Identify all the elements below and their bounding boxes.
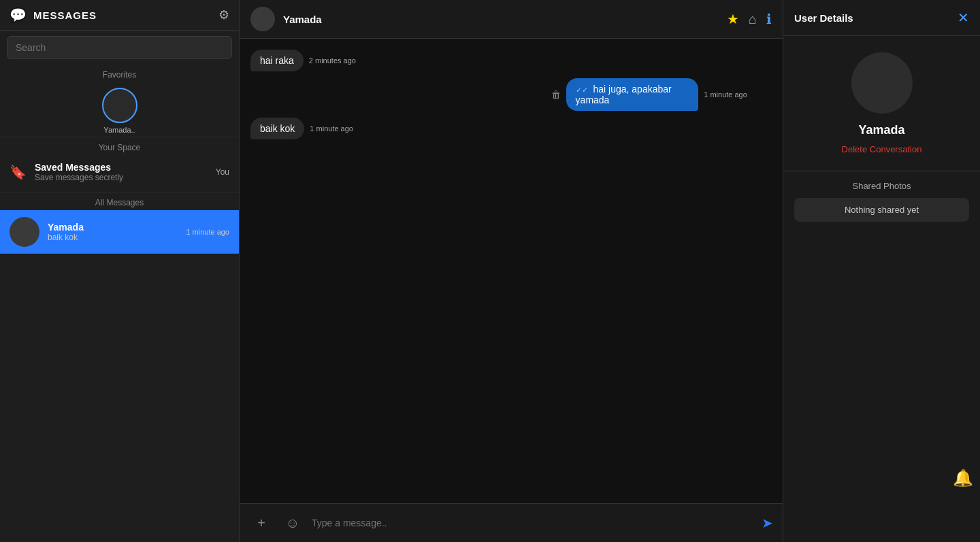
notification-badge[interactable]: 🔔 (953, 469, 973, 488)
chat-header-avatar (250, 7, 275, 31)
message-bubble-received: baik kok (250, 118, 304, 139)
user-details-title: User Details (794, 12, 853, 24)
chat-preview: baik kok (48, 233, 178, 242)
saved-text-wrap: Saved Messages Save messages secretly (35, 162, 208, 182)
favorites-label: Favorites (0, 65, 239, 82)
message-row: 🗑 ✓✓ hai juga, apakabar yamada 1 minute … (250, 78, 772, 111)
delete-message-icon[interactable]: 🗑 (551, 89, 561, 100)
user-details-header: User Details ✕ (783, 0, 980, 36)
chat-header-name: Yamada (283, 14, 727, 25)
chat-header-icons: ★ ⌂ ℹ (727, 11, 772, 27)
user-details-body: Yamada Delete Conversation (783, 36, 980, 171)
star-icon[interactable]: ★ (727, 11, 739, 27)
your-space-label: Your Space (0, 137, 239, 155)
message-time: 1 minute ago (310, 124, 353, 133)
user-details-name: Yamada (858, 123, 904, 137)
saved-messages-subtitle: Save messages secretly (35, 173, 208, 182)
favorite-avatar (102, 88, 137, 123)
message-time: 1 minute ago (704, 90, 747, 99)
chat-info: Yamada baik kok (48, 222, 178, 242)
messages-icon: 💬 (10, 7, 27, 23)
nothing-shared: Nothing shared yet (794, 198, 969, 222)
message-row: baik kok 1 minute ago (250, 118, 772, 139)
message-text: hai raka (260, 55, 294, 66)
info-icon[interactable]: ℹ (766, 11, 772, 27)
your-space-section: Your Space 🔖 Saved Messages Save message… (0, 137, 239, 192)
chat-input-bar: + ☺ ➤ (240, 503, 783, 542)
send-button[interactable]: ➤ (762, 515, 773, 531)
gear-icon[interactable]: ⚙ (218, 7, 229, 22)
check-icon: ✓✓ (576, 86, 588, 94)
delete-conversation-link[interactable]: Delete Conversation (842, 144, 922, 154)
user-details-panel: User Details ✕ Yamada Delete Conversatio… (783, 0, 980, 542)
message-time: 2 minutes ago (309, 56, 356, 65)
chat-time: 1 minute ago (186, 228, 229, 236)
messages-area: hai raka 2 minutes ago 🗑 ✓✓ hai juga, ap… (240, 39, 783, 503)
saved-messages-item[interactable]: 🔖 Saved Messages Save messages secretly … (0, 155, 239, 189)
emoji-button[interactable]: ☺ (280, 511, 305, 535)
chat-header: Yamada ★ ⌂ ℹ (240, 0, 783, 39)
all-messages-label: All Messages (0, 192, 239, 210)
favorite-contact[interactable]: Yamada.. (102, 88, 137, 134)
app-title: MESSAGES (33, 10, 218, 21)
message-row: hai raka 2 minutes ago (250, 50, 772, 71)
chat-name: Yamada (48, 222, 178, 233)
close-button[interactable]: ✕ (958, 10, 969, 26)
user-details-avatar (851, 52, 913, 114)
message-bubble-received: hai raka (250, 50, 304, 71)
sidebar: 💬 MESSAGES ⚙ Favorites Yamada.. Your Spa… (0, 0, 240, 542)
sent-wrapper: 🗑 ✓✓ hai juga, apakabar yamada 1 minute … (551, 78, 772, 111)
message-text: baik kok (260, 123, 295, 134)
add-button[interactable]: + (249, 511, 274, 535)
saved-you-label: You (216, 167, 229, 177)
sidebar-header: 💬 MESSAGES ⚙ (0, 0, 239, 31)
home-icon[interactable]: ⌂ (749, 12, 757, 27)
chat-main: Yamada ★ ⌂ ℹ hai raka 2 minutes ago 🗑 ✓✓… (240, 0, 783, 542)
message-input[interactable] (312, 518, 755, 528)
chat-avatar (10, 217, 39, 247)
search-input[interactable] (7, 36, 232, 59)
favorite-name: Yamada.. (103, 126, 135, 134)
all-messages-section: Yamada baik kok 1 minute ago (0, 210, 239, 542)
saved-messages-title: Saved Messages (35, 162, 208, 173)
shared-photos-label: Shared Photos (794, 181, 969, 191)
message-text: hai juga, apakabar yamada (576, 84, 672, 105)
message-bubble-sent: ✓✓ hai juga, apakabar yamada (566, 78, 699, 111)
chat-item[interactable]: Yamada baik kok 1 minute ago (0, 210, 239, 254)
bookmark-icon: 🔖 (10, 164, 27, 180)
favorites-section: Yamada.. (0, 82, 239, 137)
shared-photos-section: Shared Photos Nothing shared yet (783, 171, 980, 231)
